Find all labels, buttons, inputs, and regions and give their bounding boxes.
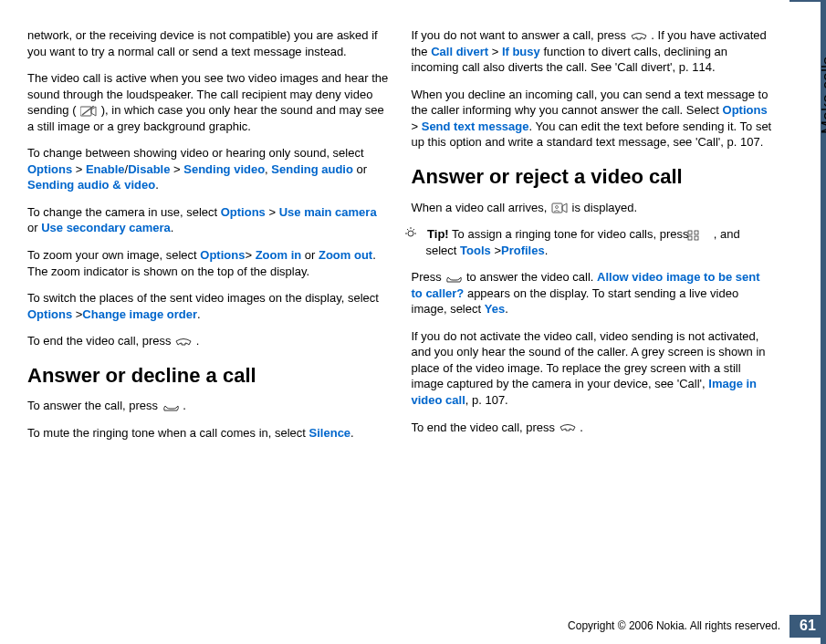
- text: .: [505, 302, 508, 316]
- body-text: To end the video call, press .: [27, 333, 390, 349]
- call-divert-link[interactable]: Call divert: [431, 45, 488, 58]
- use-secondary-camera-link[interactable]: Use secondary camera: [41, 221, 171, 234]
- body-text: To change the camera in use, select Opti…: [27, 204, 390, 236]
- call-key-icon: [444, 272, 463, 285]
- body-text: If you do not want to answer a call, pre…: [412, 27, 774, 76]
- body-text: The video call is active when you see tw…: [27, 70, 390, 134]
- video-denied-icon: [79, 105, 98, 118]
- text: >: [170, 162, 183, 176]
- text: .: [350, 426, 354, 440]
- text: or: [301, 248, 319, 262]
- text: To end the video call, press: [412, 421, 559, 434]
- text: >: [412, 119, 422, 133]
- svg-line-6: [407, 229, 409, 231]
- text: When a video call arrives,: [412, 201, 550, 214]
- text: To assign a ringing tone for video calls…: [449, 227, 692, 241]
- side-tab: Make calls: [789, 0, 826, 644]
- page-number: 61: [789, 615, 826, 638]
- body-text: To end the video call, press .: [412, 420, 774, 436]
- svg-rect-10: [688, 231, 692, 234]
- text: >: [266, 205, 279, 219]
- end-key-icon: [630, 30, 648, 43]
- text: To change between showing video or heari…: [27, 146, 364, 160]
- send-text-message-link[interactable]: Send text message: [422, 119, 529, 133]
- body-text: Press to answer the video call. Allow vi…: [412, 269, 774, 317]
- sending-video-link[interactable]: Sending video: [183, 162, 265, 176]
- disable-link[interactable]: Disable: [128, 162, 170, 176]
- body-text: To zoom your own image, select Options> …: [27, 247, 390, 279]
- svg-rect-12: [688, 236, 692, 240]
- text: .: [183, 399, 186, 412]
- section-title: Make calls: [819, 57, 826, 134]
- footer: Copyright © 2006 Nokia. All rights reser…: [0, 608, 826, 644]
- tip-icon: [412, 226, 424, 243]
- options-link[interactable]: Options: [723, 103, 768, 117]
- text: To zoom your own image, select: [27, 248, 200, 262]
- body-text: To switch the places of the sent video i…: [27, 290, 390, 322]
- svg-point-4: [408, 231, 413, 236]
- tools-link[interactable]: Tools: [460, 244, 491, 257]
- text: >: [491, 244, 501, 257]
- text: or: [353, 162, 367, 176]
- text: .: [155, 178, 159, 192]
- text: .: [171, 221, 174, 234]
- use-main-camera-link[interactable]: Use main camera: [279, 205, 377, 219]
- answer-reject-video-heading: Answer or reject a video call: [412, 163, 774, 191]
- options-link[interactable]: Options: [221, 205, 266, 219]
- enable-link[interactable]: Enable: [86, 162, 125, 176]
- text: When you decline an incoming call, you c…: [412, 88, 768, 118]
- end-key-icon: [174, 336, 193, 348]
- body-text: To change between showing video or heari…: [27, 145, 390, 193]
- text: >: [245, 248, 255, 262]
- text: .: [196, 334, 200, 348]
- body-text: If you do not activate the video call, v…: [412, 328, 774, 409]
- zoom-out-link[interactable]: Zoom out: [319, 248, 372, 262]
- left-column: network, or the receiving device is not …: [27, 27, 390, 598]
- sending-audio-link[interactable]: Sending audio: [271, 162, 353, 176]
- body-text: network, or the receiving device is not …: [27, 27, 390, 59]
- text: >: [72, 162, 86, 176]
- tip-block: Tip! To assign a ringing tone for video …: [412, 226, 774, 258]
- yes-link[interactable]: Yes: [485, 302, 505, 316]
- text: Press: [412, 270, 445, 284]
- text: >: [72, 307, 82, 321]
- content-area: network, or the receiving device is not …: [0, 0, 789, 644]
- change-image-order-link[interactable]: Change image order: [82, 307, 197, 321]
- text: to answer the video call.: [466, 270, 597, 284]
- body-text: When you decline an incoming call, you c…: [412, 87, 774, 151]
- svg-rect-11: [695, 231, 698, 234]
- body-text: To answer the call, press .: [27, 398, 390, 414]
- profiles-link[interactable]: Profiles: [501, 244, 545, 257]
- text: To end the video call, press: [27, 334, 174, 348]
- sending-audio-video-link[interactable]: Sending audio & video: [27, 178, 155, 192]
- text: To change the camera in use, select: [27, 205, 221, 219]
- text: To answer the call, press: [27, 399, 162, 412]
- video-call-icon: [550, 202, 569, 214]
- call-key-icon: [162, 400, 180, 413]
- svg-point-3: [555, 206, 558, 209]
- text: To mute the ringing tone when a call com…: [27, 426, 309, 440]
- right-column: If you do not want to answer a call, pre…: [412, 27, 774, 598]
- svg-line-7: [413, 229, 414, 231]
- menu-key-icon: [692, 229, 710, 242]
- text: If you do not want to answer a call, pre…: [412, 28, 630, 42]
- page-container: network, or the receiving device is not …: [0, 0, 826, 644]
- text: is displayed.: [572, 201, 638, 214]
- text: or: [27, 221, 41, 234]
- text: .: [197, 307, 201, 321]
- options-link[interactable]: Options: [27, 162, 72, 176]
- tip-label: Tip!: [424, 227, 449, 241]
- body-text: To mute the ringing tone when a call com…: [27, 425, 390, 441]
- if-busy-link[interactable]: If busy: [502, 45, 540, 58]
- options-link[interactable]: Options: [27, 307, 72, 321]
- text: >: [488, 45, 502, 58]
- text: To switch the places of the sent video i…: [27, 291, 379, 305]
- svg-rect-13: [695, 236, 698, 240]
- options-link[interactable]: Options: [200, 248, 245, 262]
- silence-link[interactable]: Silence: [309, 426, 351, 440]
- text: , p. 107.: [465, 393, 508, 407]
- copyright-text: Copyright © 2006 Nokia. All rights reser…: [568, 619, 780, 632]
- answer-decline-heading: Answer or decline a call: [27, 362, 390, 390]
- zoom-in-link[interactable]: Zoom in: [256, 248, 302, 262]
- end-key-icon: [559, 421, 577, 434]
